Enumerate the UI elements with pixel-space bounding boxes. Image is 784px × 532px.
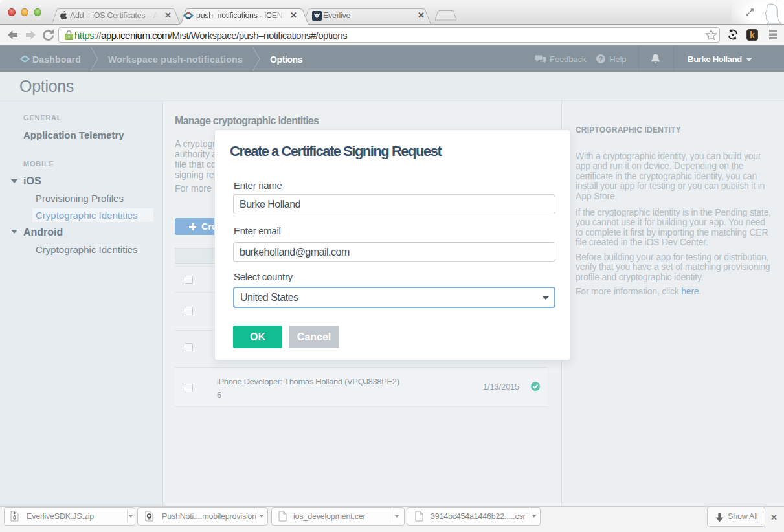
svg-text:?: ? bbox=[599, 56, 603, 63]
